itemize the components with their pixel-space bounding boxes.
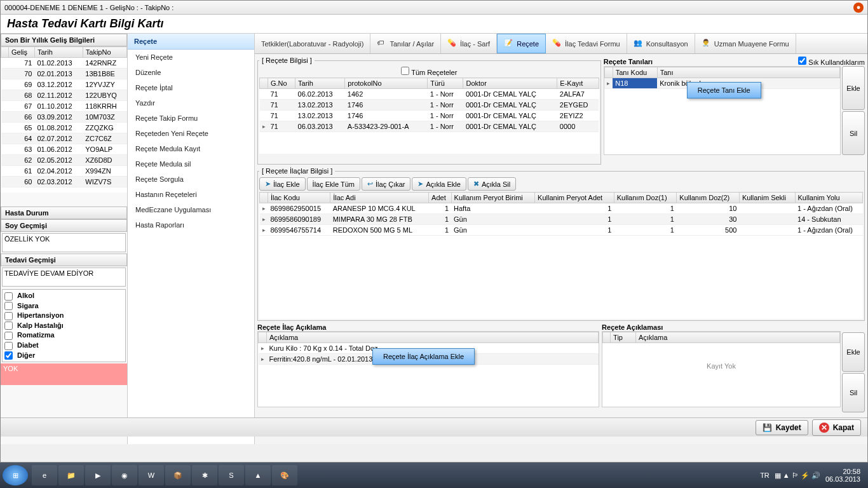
ilac-col[interactable]: Kullanim Sekli: [739, 193, 795, 203]
col-gelis[interactable]: Geliş: [9, 47, 35, 58]
ilac-col[interactable]: Kullanim Peryot Adet: [535, 193, 614, 203]
tab[interactable]: 👥Konsultasyon: [627, 34, 695, 53]
taskbar-media-icon[interactable]: ▶: [85, 465, 111, 485]
menu-item[interactable]: Yazdır: [128, 95, 254, 111]
taskbar-pdf-icon[interactable]: ▲: [245, 465, 271, 485]
col-protokol[interactable]: protokolNo: [345, 78, 428, 89]
tab[interactable]: 🏷Tanılar / Aşılar: [370, 34, 441, 53]
ilac-row[interactable]: ▸8699862950015ARANESP 10 MCG.4 KUL1Hafta…: [260, 203, 863, 214]
menu-item[interactable]: Yeni Reçete: [128, 50, 254, 65]
aciklama-sil-button[interactable]: Sil: [842, 373, 865, 412]
taskbar-winrar-icon[interactable]: 📦: [165, 465, 191, 485]
ilac-row[interactable]: ▸8699546755714REDOXON 500 MG 5 ML1Gün115…: [260, 225, 863, 236]
menu-item[interactable]: Hastanın Reçeteleri: [128, 187, 254, 202]
close-icon[interactable]: ●: [853, 3, 864, 13]
visit-row[interactable]: 6603.09.201210M703Z: [1, 112, 127, 123]
condition-check[interactable]: Alkol: [4, 291, 123, 301]
ilac-col[interactable]: İlac Adi: [330, 193, 429, 203]
taskbar-ie-icon[interactable]: e: [32, 465, 57, 485]
condition-check[interactable]: Romatizma: [4, 330, 123, 341]
taskbar-chrome-icon[interactable]: ◉: [112, 465, 137, 485]
taskbar-paint-icon[interactable]: 🎨: [272, 465, 297, 485]
col-tanikodu[interactable]: Tanı Kodu: [613, 67, 657, 78]
visit-row[interactable]: 6501.08.2012ZZQZKG: [1, 123, 127, 133]
sik-kullandiklarim-check[interactable]: Sık Kullandıklarım: [798, 57, 865, 66]
visits-grid[interactable]: Geliş Tarih TakipNo 7101.02.2013142RNRZ7…: [1, 46, 127, 193]
hasta-durum-header[interactable]: Hasta Durum: [1, 207, 127, 219]
ilac-col[interactable]: İlac Kodu: [268, 193, 330, 203]
col-tani[interactable]: Tanı: [657, 67, 839, 78]
taskbar-explorer-icon[interactable]: 📁: [58, 465, 84, 485]
condition-check[interactable]: Kalp Hastalığı: [4, 321, 123, 331]
col-tarih2[interactable]: Tarih: [295, 78, 345, 89]
ilac-col[interactable]: Adet: [429, 193, 452, 203]
ilac-toolbar-button[interactable]: ➤İlaç Ekle: [259, 177, 306, 191]
start-button[interactable]: ⊞: [3, 465, 28, 485]
menu-item[interactable]: Düzenle: [128, 65, 254, 80]
visit-row[interactable]: 7101.02.2013142RNRZ: [1, 58, 127, 69]
visit-row[interactable]: 6002.03.2012WIZV7S: [1, 177, 127, 187]
tab[interactable]: 💊İlaç Tedavi Formu: [546, 34, 627, 53]
menu-item[interactable]: Reçeteden Yeni Reçete: [128, 126, 254, 141]
menu-item[interactable]: Reçete Medula Kayıt: [128, 141, 254, 156]
taskbar[interactable]: ⊞ e 📁 ▶ ◉ W 📦 ✱ S ▲ 🎨 TR ▦ ▲ 🏳 ⚡ 🔊 20:58…: [0, 463, 868, 488]
visit-row[interactable]: 6802.11.2012122UBYQ: [1, 90, 127, 101]
tab[interactable]: Tetkikler(Laboratuvar - Radyoloji): [255, 34, 370, 53]
tani-ekle-button[interactable]: Ekle: [842, 66, 865, 110]
col-turu[interactable]: Türü: [428, 78, 463, 89]
col-takipno[interactable]: TakipNo: [83, 47, 126, 58]
visit-row[interactable]: 6202.05.2012XZ6D8D: [1, 155, 127, 166]
col-aciklama2[interactable]: Açıklama: [636, 332, 840, 343]
col-aciklama[interactable]: Açıklama: [267, 332, 599, 343]
tab[interactable]: 📝Reçete: [497, 34, 546, 53]
visit-row[interactable]: 6701.10.2012118KRRH: [1, 101, 127, 112]
ilac-col[interactable]: Kullanım Doz(1): [614, 193, 677, 203]
tab[interactable]: 👨‍⚕️Uzman Muayene Formu: [695, 34, 796, 53]
kaydet-button[interactable]: 💾Kaydet: [756, 420, 808, 435]
clock-date[interactable]: 06.03.2013: [825, 475, 860, 483]
taskbar-app-icon[interactable]: ✱: [192, 465, 217, 485]
ilac-toolbar-button[interactable]: ✖Açıkla Sil: [468, 177, 516, 191]
visit-row[interactable]: 7002.01.201313B1B8E: [1, 69, 127, 79]
menu-item[interactable]: Reçete İptal: [128, 80, 254, 95]
col-tarih[interactable]: Tarih: [34, 47, 83, 58]
taskbar-skype-icon[interactable]: S: [219, 465, 244, 485]
menu-item[interactable]: Reçete Takip Formu: [128, 111, 254, 126]
visit-row[interactable]: 6301.06.2012YO9ALP: [1, 144, 127, 155]
kapat-button[interactable]: ✕Kapat: [812, 419, 861, 436]
col-ekayit[interactable]: E-Kayıt: [557, 78, 599, 89]
taskbar-word-icon[interactable]: W: [139, 465, 164, 485]
menu-item[interactable]: Reçete Medula sil: [128, 156, 254, 172]
condition-check[interactable]: Diabet: [4, 341, 123, 351]
recete-row[interactable]: 7106.02.201314621 - Norr0001-Dr CEMAL YA…: [260, 89, 599, 100]
tani-sil-button[interactable]: Sil: [842, 111, 865, 155]
ilac-col[interactable]: Kullanım Peryot Birimi: [451, 193, 535, 203]
visit-row[interactable]: 6402.07.2012ZC7C6Z: [1, 133, 127, 144]
visit-row[interactable]: 6903.12.201212YVJZY: [1, 79, 127, 90]
menu-item[interactable]: Reçete Sorgula: [128, 172, 254, 187]
ilac-toolbar-button[interactable]: ↩İlaç Çıkar: [362, 177, 410, 191]
menu-item[interactable]: MedEczane Uygulaması: [128, 202, 254, 217]
recete-row[interactable]: 7113.02.201317461 - Norr0001-Dr CEMAL YA…: [260, 100, 599, 111]
tray-icons[interactable]: ▦ ▲ 🏳 ⚡ 🔊: [775, 471, 820, 480]
ilac-aciklama-ekle-popup[interactable]: Reçete İlaç Açıklama Ekle: [372, 348, 475, 365]
ilac-row[interactable]: ▸8699586090189MIMPARA 30 MG 28 FTB1Gün11…: [260, 214, 863, 225]
col-tip[interactable]: Tip: [611, 332, 636, 343]
lang-indicator[interactable]: TR: [760, 471, 770, 479]
ilac-col[interactable]: Kullanım Doz(2): [677, 193, 740, 203]
recete-tani-ekle-popup[interactable]: Reçete Tanı Ekle: [687, 82, 761, 98]
condition-check[interactable]: Diğer: [4, 351, 123, 361]
menu-item[interactable]: Hasta Raporları: [128, 217, 254, 233]
clock-time[interactable]: 20:58: [825, 468, 860, 475]
aciklama-ekle-button[interactable]: Ekle: [842, 332, 865, 372]
col-gno[interactable]: G.No: [268, 78, 295, 89]
tum-receteler-check[interactable]: Tüm Reçeteler: [401, 69, 457, 76]
tab[interactable]: 💊İlaç - Sarf: [441, 34, 497, 53]
condition-check[interactable]: Hipertansiyon: [4, 311, 123, 321]
condition-check[interactable]: Sigara: [4, 301, 123, 311]
ilac-toolbar-button[interactable]: İlaç Ekle Tüm: [307, 177, 360, 191]
recete-row[interactable]: ▸7106.03.2013A-533423-29-001-A1 - Norr00…: [260, 121, 599, 132]
ilac-col[interactable]: Kullanim Yolu: [795, 193, 862, 203]
ilac-toolbar-button[interactable]: ➤Açıkla Ekle: [412, 177, 466, 191]
col-doktor[interactable]: Doktor: [463, 78, 557, 89]
